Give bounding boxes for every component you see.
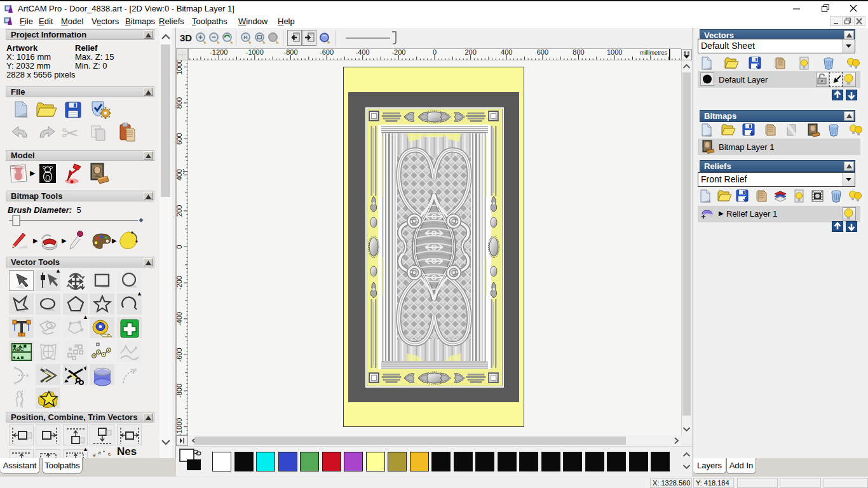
svg-text:-600: -600 — [320, 48, 334, 56]
svg-text:-1000: -1000 — [246, 48, 264, 56]
svg-text:600: 600 — [537, 48, 548, 56]
svg-text:-800: -800 — [176, 384, 183, 398]
svg-text:c: c — [107, 451, 111, 458]
svg-text:-400: -400 — [356, 48, 370, 56]
svg-text:●▲■: ●▲■ — [13, 355, 24, 360]
svg-text:-200: -200 — [176, 276, 183, 290]
svg-text:200: 200 — [465, 48, 476, 56]
svg-text:-600: -600 — [176, 348, 183, 362]
svg-text:*: * — [103, 449, 105, 455]
svg-text:-200: -200 — [391, 48, 405, 56]
svg-text:-800: -800 — [283, 48, 297, 56]
svg-text:200: 200 — [176, 205, 183, 217]
svg-text:0: 0 — [176, 245, 183, 248]
svg-text:800: 800 — [573, 48, 584, 56]
svg-text:400: 400 — [176, 169, 183, 180]
svg-text:a: a — [98, 450, 102, 456]
svg-text:400: 400 — [501, 48, 512, 56]
svg-text:millimetres: millimetres — [640, 50, 668, 56]
svg-text:a: a — [92, 452, 97, 458]
svg-text:0: 0 — [433, 48, 437, 56]
svg-text:600: 600 — [176, 133, 183, 144]
svg-text:-400: -400 — [176, 312, 183, 326]
svg-text:-1000: -1000 — [176, 418, 183, 435]
svg-text:1000: 1000 — [176, 60, 183, 75]
svg-text:-1200: -1200 — [210, 48, 227, 56]
svg-text:800: 800 — [176, 97, 183, 109]
svg-text:1000: 1000 — [607, 48, 622, 56]
